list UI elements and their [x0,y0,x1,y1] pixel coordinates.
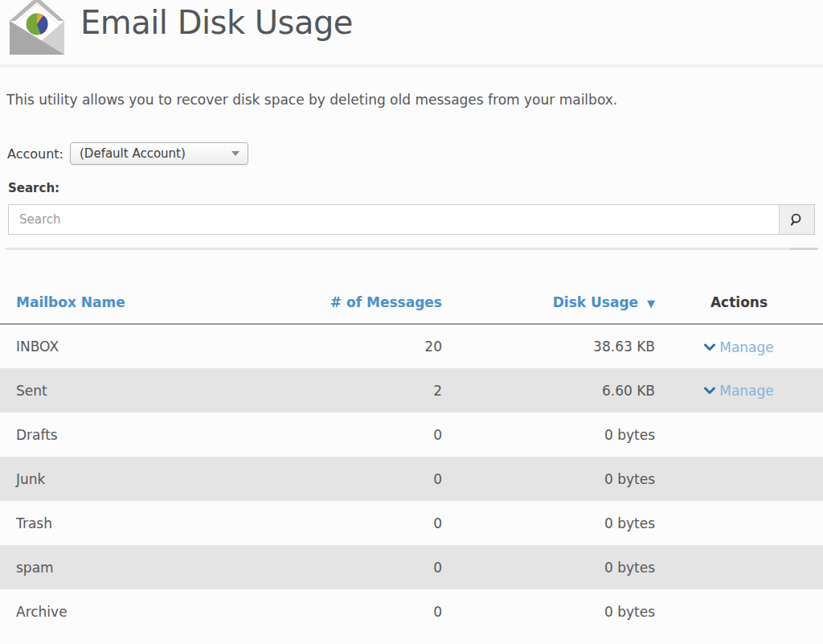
account-row: Account: (Default Account) [7,142,823,165]
messages-cell: 0 [313,589,442,634]
messages-cell: 0 [313,457,442,501]
account-label: Account: [7,146,63,162]
envelope-pie-chart-icon [5,0,69,59]
messages-cell: 2 [313,368,442,412]
disk-usage-cell: 0 bytes [442,412,655,457]
mailbox-name-cell: Drafts [0,412,313,457]
disk-usage-cell: 0 bytes [442,457,655,501]
manage-label: Manage [719,339,774,355]
disk-usage-cell: 0 bytes [442,501,655,545]
search-input[interactable] [8,204,779,235]
messages-header-label: # of Messages [330,294,442,310]
sort-descending-icon: ▼ [647,297,655,310]
mailbox-name-cell: INBOX [0,324,313,368]
table-row: Archive 0 0 bytes [0,589,823,634]
chevron-down-icon [704,343,715,351]
disk-usage-cell: 38.63 KB [442,324,655,368]
table-header-row: Mailbox Name # of Messages Disk Usage ▼ … [0,250,823,324]
mailbox-table: Mailbox Name # of Messages Disk Usage ▼ … [0,250,823,634]
actions-cell [655,412,823,457]
messages-cell: 20 [313,324,442,368]
account-select[interactable]: (Default Account) [70,142,248,165]
disk-usage-cell: 0 bytes [442,589,655,634]
disk-usage-cell: 6.60 KB [442,368,655,412]
caret-down-icon [231,151,240,156]
mailbox-name-cell: Sent [0,368,313,412]
table-row: Sent 2 6.60 KB Manage [0,368,823,412]
messages-cell: 0 [313,412,442,457]
table-row: INBOX 20 38.63 KB Manage [0,324,823,368]
manage-label: Manage [719,383,774,399]
actions-cell: Manage [655,368,823,412]
manage-link[interactable]: Manage [704,339,774,355]
search-group [8,204,815,235]
account-selected-value: (Default Account) [80,146,186,161]
search-label: Search: [8,181,823,195]
table-row: Drafts 0 0 bytes [0,412,823,457]
mailbox-name-header-label: Mailbox Name [16,294,125,310]
column-header-actions: Actions [655,250,823,324]
column-header-mailbox-name[interactable]: Mailbox Name [0,250,313,324]
panel-divider [5,248,818,250]
mailbox-name-cell: Junk [0,457,313,501]
column-header-messages[interactable]: # of Messages [313,250,442,324]
column-header-disk-usage[interactable]: Disk Usage ▼ [442,250,655,324]
disk-usage-cell: 0 bytes [442,545,655,589]
mailbox-name-cell: Trash [0,501,313,545]
messages-cell: 0 [313,501,442,545]
actions-cell [655,457,823,501]
page-header: Email Disk Usage [0,0,823,68]
table-row: Junk 0 0 bytes [0,457,823,501]
messages-cell: 0 [313,545,442,589]
page-title: Email Disk Usage [80,5,353,40]
table-row: Trash 0 0 bytes [0,501,823,545]
panel-divider-end [789,248,818,250]
magnifier-icon [789,212,805,228]
table-row: spam 0 0 bytes [0,545,823,589]
mailbox-table-body: INBOX 20 38.63 KB Manage Sent 2 6.60 KB [0,324,823,634]
actions-cell [655,501,823,545]
page-description: This utility allows you to recover disk … [6,92,817,108]
actions-cell [655,589,823,634]
disk-usage-header-label: Disk Usage [553,294,638,310]
mailbox-name-cell: Archive [0,589,313,634]
mailbox-name-cell: spam [0,545,313,589]
chevron-down-icon [704,387,715,395]
actions-cell [655,545,823,589]
actions-cell: Manage [655,324,823,368]
actions-header-label: Actions [710,294,768,310]
search-button[interactable] [779,204,815,235]
manage-link[interactable]: Manage [704,383,774,399]
